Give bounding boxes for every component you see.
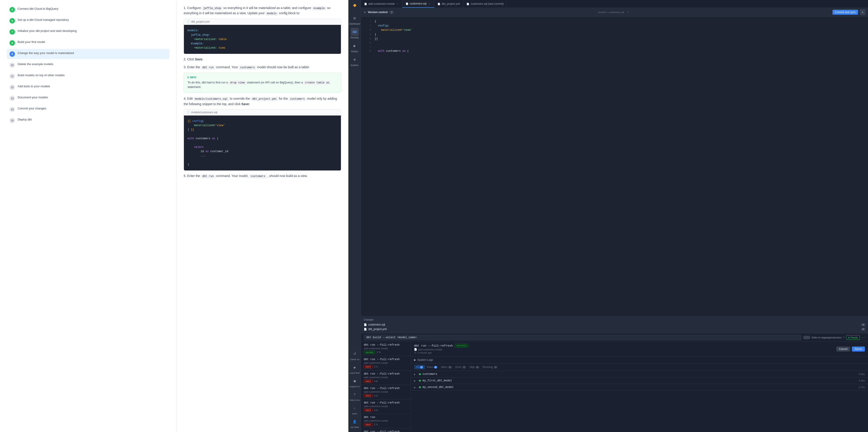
model-time-1: 2.40s — [859, 379, 865, 382]
file-block-1: 📄 dbt_project.yml models: jaffle_shop: +… — [184, 19, 341, 54]
change-item-1[interactable]: 📄 customers.sql M — [364, 322, 865, 327]
nav-icon-explore[interactable]: ⊕ — [351, 55, 359, 64]
nav-bottom-item-user[interactable]: 👤 Joe Ward — [348, 417, 361, 429]
info-label: INFO — [190, 76, 196, 79]
step-label-6: Set up a dbt Cloud managed repository — [18, 18, 69, 22]
tab-customers-sql[interactable]: 📄 customers.sql × — [402, 0, 434, 8]
nav-item-develop[interactable]: ⌨ Develop — [348, 27, 361, 40]
ide-sidebar: ◆ ⊞ Dashboard ⌨ Develop ▶ Deploy ⊕ Explo… — [348, 0, 361, 432]
filter-tab-warn[interactable]: Warn 0 — [439, 365, 454, 369]
run-item-1[interactable]: dbt run --full-refresh add-customers-mod… — [361, 356, 411, 370]
main-content: 1. Configure jaffle_shop so everything i… — [177, 0, 348, 432]
nav-item-deploy[interactable]: ▶ Deploy — [348, 41, 361, 54]
run-item-0[interactable]: dbt run --full-refresh add-customers-mod… — [361, 341, 411, 356]
ready-label: Ready — [850, 336, 858, 339]
run-command-input[interactable] — [364, 335, 801, 340]
filter-count-5: 0 — [494, 366, 497, 368]
filter-tab-pass[interactable]: Pass 3 — [425, 365, 439, 369]
tutorial-step-13[interactable]: 13 Document your models — [7, 93, 169, 103]
run-item-3[interactable]: dbt run --full-refresh add-customers-mod… — [361, 385, 411, 399]
code-dbt-run: dbt run — [201, 66, 215, 70]
nav-bottom-item-help[interactable]: ? Help & Gui — [348, 390, 361, 402]
rerun-button[interactable]: Rerun — [852, 346, 865, 352]
step2-intro: 2. Click Save. — [184, 57, 341, 62]
defer-toggle: Defer to staging/production ? — [803, 336, 844, 339]
run-item-4[interactable]: dbt run --full-refresh add-customers-mod… — [361, 399, 411, 414]
filter-count-1: 3 — [434, 366, 437, 368]
nav-item-explore[interactable]: ⊕ Explore — [348, 55, 361, 67]
run-item-5[interactable]: dbt run add-customers-modal failed 3.7s — [361, 414, 411, 428]
tutorial-step-6[interactable]: 6 Set up a dbt Cloud managed repository — [7, 15, 169, 26]
cancel-button[interactable]: Cancel — [836, 346, 850, 352]
run-item-2[interactable]: dbt run --full-refresh add-customers-mod… — [361, 370, 411, 385]
step-number-10: 10 — [9, 62, 15, 68]
nav-bottom-item-classic-nav[interactable]: ↺ Classic na — [348, 349, 361, 362]
tutorial-step-15[interactable]: 15 Deploy dbt — [7, 115, 169, 126]
step-number-15: 15 — [9, 118, 15, 123]
code-create-table: create table as — [304, 81, 331, 85]
code-customers-3: customers — [249, 174, 267, 178]
model-item-my_second_dbt_model[interactable]: ▶ my_second_dbt_model 0.73s — [411, 384, 868, 391]
code-customers-sql: models/customers.sql — [194, 97, 229, 101]
tutorial-step-12[interactable]: 12 Add tests to your models — [7, 82, 169, 92]
nav-bottom-icon-classic-nav[interactable]: ↺ — [351, 350, 359, 358]
tutorial-step-10[interactable]: 10 Delete the example models — [7, 60, 169, 70]
model-status-dot-2 — [419, 386, 421, 388]
more-options-icon[interactable]: ⋯ — [862, 335, 865, 339]
run-item-sub-2: add-customers-modal — [364, 376, 408, 379]
tab-close-add-customers[interactable]: × — [396, 2, 399, 5]
nav-bottom-item-leave-feedback[interactable]: ◈ Leave feed — [348, 362, 361, 375]
system-logs-toggle[interactable]: ▶ System Logs — [411, 357, 868, 364]
editor-line-6: 6 — [361, 41, 868, 45]
nav-bottom-item-support[interactable]: ◉ Support As — [348, 376, 361, 389]
model-item-customers[interactable]: ▶ customers 0.93s — [411, 371, 868, 377]
run-item-6[interactable]: dbt run --full-refresh add-customers-mod… — [361, 428, 411, 432]
filter-tab-skip[interactable]: Skip 0 — [468, 365, 481, 369]
defer-toggle-switch[interactable] — [803, 336, 810, 339]
tutorial-step-7[interactable]: 7 Initialize your dbt project and start … — [7, 27, 169, 37]
change-item-2[interactable]: 📄 dbt_project.yml M — [364, 327, 865, 331]
nav-icon-develop[interactable]: ⌨ — [351, 28, 359, 36]
defer-help-icon: ? — [843, 336, 844, 339]
run-item-title-3: dbt run --full-refresh — [364, 387, 408, 390]
tab-customers-last[interactable]: 📄 customers.sql (last commit) — [463, 0, 507, 8]
detail-meta: 📄 add-customers-modal — [414, 348, 468, 351]
step-label-9: Change the way your model is materialize… — [18, 51, 74, 55]
nav-bottom-label-help: Help & Gui — [350, 399, 360, 401]
nav-bottom-icon-user[interactable]: 👤 — [351, 418, 359, 426]
nav-icon-dashboard[interactable]: ⊞ — [351, 14, 359, 22]
filter-tab-all[interactable]: All 3 — [414, 365, 425, 369]
nav-icon-deploy[interactable]: ▶ — [351, 42, 359, 50]
commit-button[interactable]: Commit and sync — [833, 10, 858, 15]
system-logs-label: System Logs — [417, 358, 433, 362]
version-bar: ▼ Version control 2 models > customers.s… — [361, 8, 868, 17]
run-detail: dbt run --full-refresh success 📄 add-cus… — [411, 341, 868, 432]
nav-bottom-item-none[interactable]: ○ None — [348, 403, 361, 416]
nav-bottom-icon-none[interactable]: ○ — [351, 404, 359, 412]
tab-close-customers-sql[interactable]: × — [428, 2, 431, 5]
filter-label-0: All — [416, 366, 419, 369]
info-box-header: ℹ INFO — [188, 76, 337, 79]
run-time-4: 4.2s — [374, 409, 378, 411]
filter-tab-error[interactable]: Error 0 — [454, 365, 468, 369]
editor-area: 1 { 2 config: 3 materialized='view' — [361, 17, 868, 333]
tutorial-step-8[interactable]: 8 Build your first model — [7, 38, 169, 48]
tutorial-step-5[interactable]: 5 Connect dbt Cloud to BigQuery — [7, 4, 169, 15]
tab-dbt-project[interactable]: 📄 dbt_project.yml — [434, 0, 463, 8]
tutorial-step-11[interactable]: 11 Build models on top of other models — [7, 71, 169, 81]
code-drop-view: drop view — [229, 81, 246, 85]
tutorial-step-14[interactable]: 14 Commit your changes — [7, 104, 169, 114]
nav-bottom-icon-help[interactable]: ? — [351, 390, 359, 399]
filter-tab-running[interactable]: Running 0 — [481, 365, 499, 369]
nav-item-dashboard[interactable]: ⊞ Dashboard — [348, 13, 361, 26]
commit-chevron[interactable]: ▼ — [860, 9, 865, 15]
model-item-my_first_dbt_model[interactable]: ▶ my_first_dbt_model 2.40s — [411, 377, 868, 384]
tab-add-customers[interactable]: 📄 add-customers-modal × — [361, 0, 402, 8]
step-number-11: 11 — [9, 73, 15, 79]
nav-bottom-icon-support[interactable]: ◉ — [351, 377, 359, 385]
tutorial-step-9[interactable]: 9 Change the way your model is materiali… — [7, 49, 169, 59]
change-file-icon-1: 📄 — [364, 323, 367, 326]
chevron-right-icon: ▶ — [414, 358, 416, 362]
detail-status-badge: success — [455, 344, 468, 347]
nav-bottom-icon-leave-feedback[interactable]: ◈ — [351, 363, 359, 371]
